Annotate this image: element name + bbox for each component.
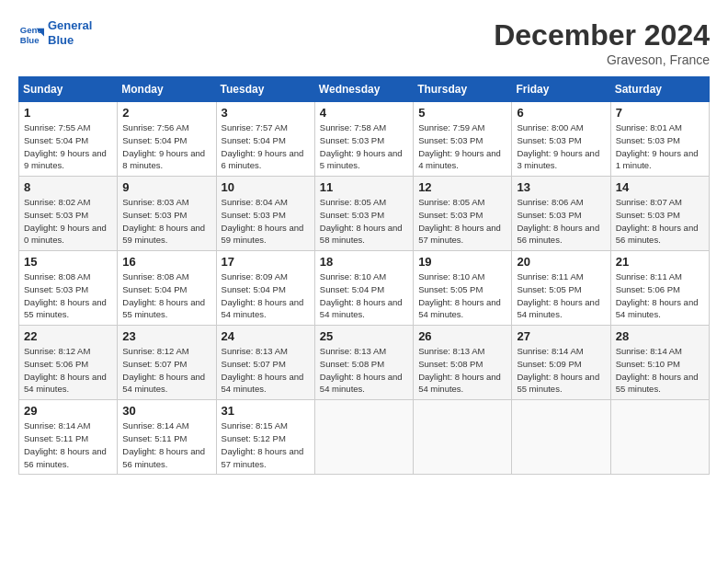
weekday-header-friday: Friday xyxy=(512,77,610,102)
month-title: December 2024 xyxy=(494,18,710,52)
day-info: Sunrise: 8:05 AMSunset: 5:03 PMDaylight:… xyxy=(320,196,408,247)
logo-text-line2: Blue xyxy=(48,33,92,48)
day-number: 4 xyxy=(320,106,408,120)
logo: General Blue General Blue xyxy=(18,18,92,47)
day-cell-6: 6Sunrise: 8:00 AMSunset: 5:03 PMDaylight… xyxy=(512,102,610,177)
svg-text:Blue: Blue xyxy=(20,34,40,44)
day-info: Sunrise: 8:07 AMSunset: 5:03 PMDaylight:… xyxy=(616,196,704,247)
empty-cell xyxy=(610,400,709,475)
day-cell-7: 7Sunrise: 8:01 AMSunset: 5:03 PMDaylight… xyxy=(610,102,709,177)
day-info: Sunrise: 8:14 AMSunset: 5:10 PMDaylight:… xyxy=(616,345,704,396)
empty-cell xyxy=(512,400,610,475)
day-cell-9: 9Sunrise: 8:03 AMSunset: 5:03 PMDaylight… xyxy=(118,177,216,251)
day-info: Sunrise: 7:56 AMSunset: 5:04 PMDaylight:… xyxy=(122,121,210,172)
empty-cell xyxy=(414,400,512,475)
day-number: 24 xyxy=(222,329,310,343)
day-cell-17: 17Sunrise: 8:09 AMSunset: 5:04 PMDayligh… xyxy=(216,251,314,326)
day-info: Sunrise: 7:55 AMSunset: 5:04 PMDaylight:… xyxy=(24,121,112,172)
weekday-header-monday: Monday xyxy=(118,77,216,102)
day-cell-26: 26Sunrise: 8:13 AMSunset: 5:08 PMDayligh… xyxy=(414,326,512,400)
calendar-row: 29Sunrise: 8:14 AMSunset: 5:11 PMDayligh… xyxy=(19,400,710,475)
location-subtitle: Graveson, France xyxy=(494,52,710,67)
day-number: 10 xyxy=(222,180,310,194)
day-number: 27 xyxy=(517,329,605,343)
logo-text-line1: General xyxy=(48,18,92,33)
day-info: Sunrise: 8:10 AMSunset: 5:05 PMDaylight:… xyxy=(418,270,506,321)
day-cell-20: 20Sunrise: 8:11 AMSunset: 5:05 PMDayligh… xyxy=(512,251,610,326)
day-cell-28: 28Sunrise: 8:14 AMSunset: 5:10 PMDayligh… xyxy=(610,326,709,400)
day-number: 12 xyxy=(418,180,506,194)
day-cell-29: 29Sunrise: 8:14 AMSunset: 5:11 PMDayligh… xyxy=(19,400,118,475)
day-info: Sunrise: 7:58 AMSunset: 5:03 PMDaylight:… xyxy=(320,121,408,172)
day-cell-10: 10Sunrise: 8:04 AMSunset: 5:03 PMDayligh… xyxy=(216,177,314,251)
day-number: 17 xyxy=(222,255,310,269)
day-number: 16 xyxy=(122,255,210,269)
logo-icon: General Blue xyxy=(18,20,44,46)
day-number: 26 xyxy=(418,329,506,343)
day-number: 8 xyxy=(24,180,112,194)
day-info: Sunrise: 8:11 AMSunset: 5:06 PMDaylight:… xyxy=(616,270,704,321)
day-cell-1: 1Sunrise: 7:55 AMSunset: 5:04 PMDaylight… xyxy=(19,102,118,177)
day-cell-30: 30Sunrise: 8:14 AMSunset: 5:11 PMDayligh… xyxy=(118,400,216,475)
calendar-row: 8Sunrise: 8:02 AMSunset: 5:03 PMDaylight… xyxy=(19,177,710,251)
day-info: Sunrise: 7:57 AMSunset: 5:04 PMDaylight:… xyxy=(222,121,310,172)
day-number: 14 xyxy=(616,180,704,194)
day-number: 18 xyxy=(320,255,408,269)
day-number: 9 xyxy=(122,180,210,194)
day-number: 19 xyxy=(418,255,506,269)
day-cell-22: 22Sunrise: 8:12 AMSunset: 5:06 PMDayligh… xyxy=(19,326,118,400)
page-header: General Blue General Blue December 2024 … xyxy=(18,18,710,67)
day-number: 23 xyxy=(122,329,210,343)
day-cell-31: 31Sunrise: 8:15 AMSunset: 5:12 PMDayligh… xyxy=(216,400,314,475)
day-cell-4: 4Sunrise: 7:58 AMSunset: 5:03 PMDaylight… xyxy=(314,102,413,177)
weekday-header-wednesday: Wednesday xyxy=(314,77,413,102)
day-number: 21 xyxy=(616,255,704,269)
day-cell-25: 25Sunrise: 8:13 AMSunset: 5:08 PMDayligh… xyxy=(314,326,413,400)
weekday-header-row: SundayMondayTuesdayWednesdayThursdayFrid… xyxy=(19,77,710,102)
day-cell-13: 13Sunrise: 8:06 AMSunset: 5:03 PMDayligh… xyxy=(512,177,610,251)
day-number: 15 xyxy=(24,255,112,269)
day-info: Sunrise: 8:15 AMSunset: 5:12 PMDaylight:… xyxy=(222,419,310,470)
day-cell-5: 5Sunrise: 7:59 AMSunset: 5:03 PMDaylight… xyxy=(414,102,512,177)
calendar-row: 1Sunrise: 7:55 AMSunset: 5:04 PMDaylight… xyxy=(19,102,710,177)
calendar-table: SundayMondayTuesdayWednesdayThursdayFrid… xyxy=(18,76,710,475)
day-cell-2: 2Sunrise: 7:56 AMSunset: 5:04 PMDaylight… xyxy=(118,102,216,177)
day-number: 31 xyxy=(222,404,310,418)
weekday-header-sunday: Sunday xyxy=(19,77,118,102)
day-number: 25 xyxy=(320,329,408,343)
day-info: Sunrise: 8:12 AMSunset: 5:07 PMDaylight:… xyxy=(122,345,210,396)
weekday-header-saturday: Saturday xyxy=(610,77,709,102)
day-cell-24: 24Sunrise: 8:13 AMSunset: 5:07 PMDayligh… xyxy=(216,326,314,400)
day-cell-15: 15Sunrise: 8:08 AMSunset: 5:03 PMDayligh… xyxy=(19,251,118,326)
day-cell-8: 8Sunrise: 8:02 AMSunset: 5:03 PMDaylight… xyxy=(19,177,118,251)
weekday-header-thursday: Thursday xyxy=(414,77,512,102)
day-number: 1 xyxy=(24,106,112,120)
day-info: Sunrise: 7:59 AMSunset: 5:03 PMDaylight:… xyxy=(418,121,506,172)
calendar-row: 22Sunrise: 8:12 AMSunset: 5:06 PMDayligh… xyxy=(19,326,710,400)
calendar-body: 1Sunrise: 7:55 AMSunset: 5:04 PMDaylight… xyxy=(19,102,710,475)
day-info: Sunrise: 8:13 AMSunset: 5:08 PMDaylight:… xyxy=(418,345,506,396)
day-info: Sunrise: 8:08 AMSunset: 5:03 PMDaylight:… xyxy=(24,270,112,321)
day-number: 29 xyxy=(24,404,112,418)
empty-cell xyxy=(314,400,413,475)
day-cell-12: 12Sunrise: 8:05 AMSunset: 5:03 PMDayligh… xyxy=(414,177,512,251)
day-cell-14: 14Sunrise: 8:07 AMSunset: 5:03 PMDayligh… xyxy=(610,177,709,251)
day-number: 6 xyxy=(517,106,605,120)
day-info: Sunrise: 8:11 AMSunset: 5:05 PMDaylight:… xyxy=(517,270,605,321)
title-area: December 2024 Graveson, France xyxy=(494,18,710,67)
day-info: Sunrise: 8:13 AMSunset: 5:07 PMDaylight:… xyxy=(222,345,310,396)
day-info: Sunrise: 8:01 AMSunset: 5:03 PMDaylight:… xyxy=(616,121,704,172)
day-number: 13 xyxy=(517,180,605,194)
day-cell-16: 16Sunrise: 8:08 AMSunset: 5:04 PMDayligh… xyxy=(118,251,216,326)
day-number: 2 xyxy=(122,106,210,120)
day-info: Sunrise: 8:14 AMSunset: 5:09 PMDaylight:… xyxy=(517,345,605,396)
day-info: Sunrise: 8:14 AMSunset: 5:11 PMDaylight:… xyxy=(24,419,112,470)
day-cell-19: 19Sunrise: 8:10 AMSunset: 5:05 PMDayligh… xyxy=(414,251,512,326)
day-cell-23: 23Sunrise: 8:12 AMSunset: 5:07 PMDayligh… xyxy=(118,326,216,400)
day-info: Sunrise: 8:13 AMSunset: 5:08 PMDaylight:… xyxy=(320,345,408,396)
weekday-header-tuesday: Tuesday xyxy=(216,77,314,102)
day-cell-11: 11Sunrise: 8:05 AMSunset: 5:03 PMDayligh… xyxy=(314,177,413,251)
day-cell-21: 21Sunrise: 8:11 AMSunset: 5:06 PMDayligh… xyxy=(610,251,709,326)
day-cell-3: 3Sunrise: 7:57 AMSunset: 5:04 PMDaylight… xyxy=(216,102,314,177)
calendar-row: 15Sunrise: 8:08 AMSunset: 5:03 PMDayligh… xyxy=(19,251,710,326)
